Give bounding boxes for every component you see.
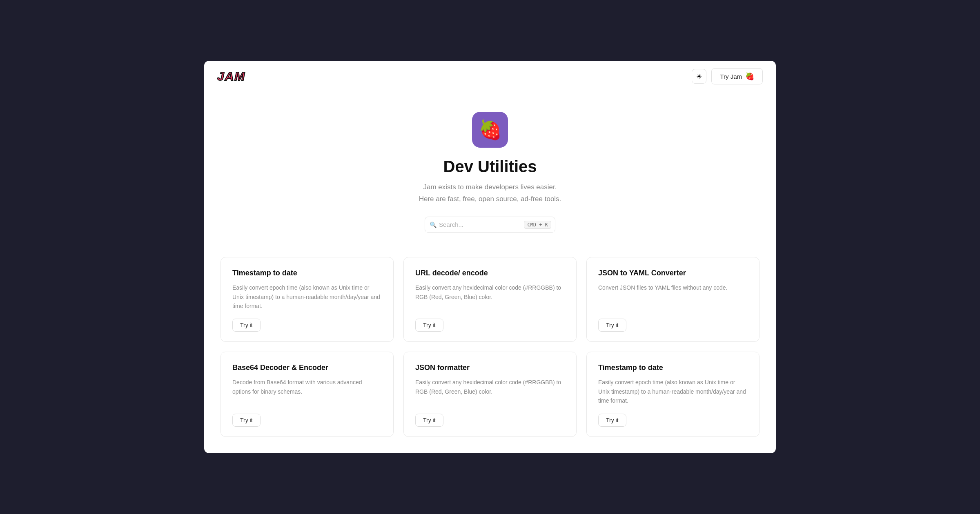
search-wrapper: 🔍 CMD + K: [425, 217, 555, 233]
page-title: Dev Utilities: [443, 157, 537, 176]
try-jam-button[interactable]: Try Jam 🍓: [711, 68, 763, 84]
card-4-title: JSON formatter: [415, 363, 565, 372]
cards-grid: Timestamp to date Easily convert epoch t…: [220, 257, 760, 436]
hero-section: 🍓 Dev Utilities Jam exists to make devel…: [204, 92, 776, 249]
card-3-title: Base64 Decoder & Encoder: [232, 363, 382, 372]
card-1-try-button[interactable]: Try it: [415, 319, 443, 332]
card-2-try-button[interactable]: Try it: [598, 319, 626, 332]
card-4-description: Easily convert any hexidecimal color cod…: [415, 378, 565, 405]
subtitle-line2: Here are fast, free, open source, ad-fre…: [419, 195, 561, 203]
card-4-try-button[interactable]: Try it: [415, 414, 443, 427]
header-actions: ☀ Try Jam 🍓: [692, 68, 763, 84]
card-3-description: Decode from Base64 format with various a…: [232, 378, 382, 405]
card-3: Base64 Decoder & Encoder Decode from Bas…: [220, 352, 394, 436]
card-4: JSON formatter Easily convert any hexide…: [403, 352, 577, 436]
subtitle-line1: Jam exists to make developers lives easi…: [423, 183, 557, 191]
card-1-description: Easily convert any hexidecimal color cod…: [415, 283, 565, 310]
strawberry-icon: 🍓: [745, 72, 754, 81]
card-5-try-button[interactable]: Try it: [598, 414, 626, 427]
logo: JAM: [217, 69, 245, 83]
app-icon-emoji: 🍓: [479, 119, 502, 141]
logo-text: JAM: [217, 69, 245, 83]
card-5-description: Easily convert epoch time (also known as…: [598, 378, 748, 405]
search-keyboard-shortcut: CMD + K: [524, 221, 551, 229]
main-window: JAM ☀ Try Jam 🍓 🍓 Dev Utilities Jam exis…: [204, 61, 776, 453]
cards-container: Timestamp to date Easily convert epoch t…: [204, 249, 776, 453]
hero-subtitle: Jam exists to make developers lives easi…: [419, 182, 561, 205]
card-1-title: URL decode/ encode: [415, 269, 565, 277]
try-jam-label: Try Jam: [720, 73, 742, 80]
sun-icon: ☀: [696, 73, 702, 80]
card-3-try-button[interactable]: Try it: [232, 414, 261, 427]
header: JAM ☀ Try Jam 🍓: [204, 61, 776, 92]
card-2-description: Convert JSON files to YAML files without…: [598, 283, 748, 310]
card-5: Timestamp to date Easily convert epoch t…: [586, 352, 760, 436]
theme-toggle-button[interactable]: ☀: [692, 69, 706, 84]
card-0-description: Easily convert epoch time (also known as…: [232, 283, 382, 310]
card-5-title: Timestamp to date: [598, 363, 748, 372]
card-0: Timestamp to date Easily convert epoch t…: [220, 257, 394, 342]
card-0-try-button[interactable]: Try it: [232, 319, 261, 332]
card-2-title: JSON to YAML Converter: [598, 269, 748, 277]
card-1: URL decode/ encode Easily convert any he…: [403, 257, 577, 342]
search-icon: 🔍: [430, 222, 437, 228]
card-0-title: Timestamp to date: [232, 269, 382, 277]
card-2: JSON to YAML Converter Convert JSON file…: [586, 257, 760, 342]
app-icon: 🍓: [472, 112, 508, 148]
